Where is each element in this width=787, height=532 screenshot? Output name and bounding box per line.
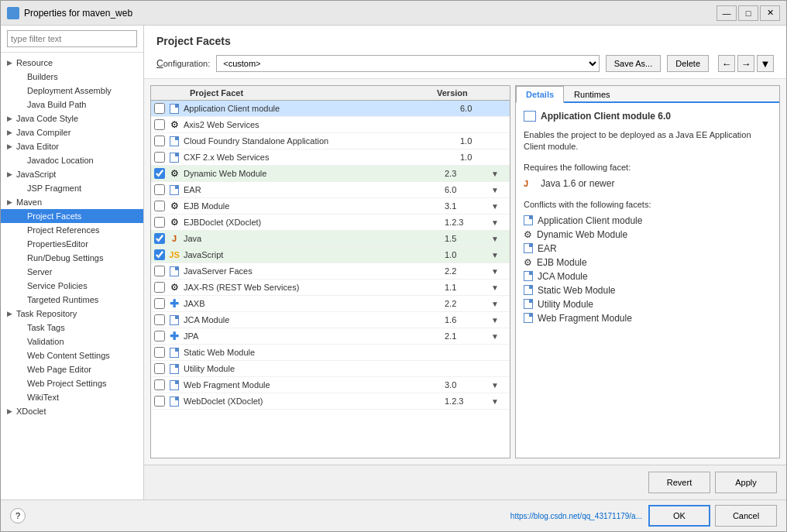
nav-item-run/debug-settings[interactable]: Run/Debug Settings [1, 251, 143, 265]
facet-checkbox[interactable] [154, 298, 165, 309]
nav-menu-button[interactable]: ▼ [757, 55, 774, 72]
facet-checkbox[interactable] [154, 184, 165, 195]
facet-version-dropdown[interactable]: ▼ [491, 251, 507, 259]
facet-checkbox[interactable] [154, 233, 165, 244]
nav-item-task-repository[interactable]: ▶Task Repository [1, 307, 143, 321]
facet-checkbox[interactable] [154, 347, 165, 358]
details-tab-details[interactable]: Details [516, 86, 564, 103]
details-tab-runtimes[interactable]: Runtimes [564, 86, 620, 103]
facet-version-dropdown[interactable]: ▼ [491, 332, 507, 341]
nav-item-label: Project References [27, 225, 100, 235]
ok-button[interactable]: OK [648, 505, 710, 527]
filter-input[interactable] [7, 30, 137, 47]
facet-version-dropdown[interactable]: ▼ [491, 186, 507, 194]
revert-button[interactable]: Revert [648, 472, 710, 493]
nav-item-javascript[interactable]: ▶JavaScript [1, 167, 143, 181]
apply-button[interactable]: Apply [715, 472, 777, 493]
nav-item-web-page-editor[interactable]: Web Page Editor [1, 362, 143, 376]
facet-version-dropdown[interactable]: ▼ [491, 218, 507, 227]
facet-row[interactable]: EAR6.0▼ [151, 182, 510, 198]
nav-item-server[interactable]: Server [1, 265, 143, 279]
facet-row[interactable]: Cloud Foundry Standalone Application1.0 [151, 133, 510, 149]
minimize-button[interactable]: — [717, 5, 737, 21]
facet-checkbox[interactable] [154, 396, 165, 407]
facet-checkbox[interactable] [154, 282, 165, 293]
nav-item-propertieseditor[interactable]: PropertiesEditor [1, 237, 143, 251]
facet-checkbox[interactable] [154, 217, 165, 228]
close-button[interactable]: ✕ [760, 5, 780, 21]
facet-row[interactable]: Static Web Module [151, 345, 510, 361]
facet-row[interactable]: JavaServer Faces2.2▼ [151, 263, 510, 280]
nav-item-java-build-path[interactable]: Java Build Path [1, 98, 143, 112]
facet-checkbox[interactable] [154, 266, 165, 276]
facet-checkbox[interactable] [154, 152, 165, 163]
facet-name: EAR [184, 185, 445, 194]
facet-row[interactable]: Application Client module6.0 [151, 101, 510, 117]
nav-item-label: Targeted Runtimes [27, 295, 98, 304]
facet-row[interactable]: Web Fragment Module3.0▼ [151, 377, 510, 393]
help-button[interactable]: ? [10, 508, 26, 523]
nav-item-deployment-assembly[interactable]: Deployment Assembly [1, 84, 143, 98]
facet-row[interactable]: ⚙EJBDoclet (XDoclet)1.2.3▼ [151, 215, 510, 231]
cancel-button[interactable]: Cancel [715, 505, 777, 527]
config-select[interactable]: <custom> [216, 55, 599, 72]
nav-item-maven[interactable]: ▶Maven [1, 195, 143, 209]
nav-item-resource[interactable]: ▶Resource [1, 56, 143, 70]
nav-forward-button[interactable]: → [737, 55, 754, 72]
nav-item-label: Web Page Editor [27, 365, 91, 374]
nav-item-project-references[interactable]: Project References [1, 223, 143, 237]
facet-row[interactable]: ⚙EJB Module3.1▼ [151, 198, 510, 215]
maximize-button[interactable]: □ [738, 5, 758, 21]
facet-version-dropdown[interactable]: ▼ [491, 381, 507, 390]
facet-checkbox[interactable] [154, 249, 165, 260]
facet-checkbox[interactable] [154, 363, 165, 374]
facet-version-dropdown[interactable]: ▼ [491, 170, 507, 178]
facet-checkbox[interactable] [154, 136, 165, 146]
facet-version-dropdown[interactable]: ▼ [491, 202, 507, 211]
facet-checkbox[interactable] [154, 201, 165, 211]
facet-row[interactable]: JSJavaScript1.0▼ [151, 247, 510, 263]
facet-row[interactable]: Utility Module [151, 361, 510, 377]
facet-version-dropdown[interactable]: ▼ [491, 397, 507, 406]
nav-item-service-policies[interactable]: Service Policies [1, 279, 143, 293]
facet-row[interactable]: ✚JPA2.1▼ [151, 328, 510, 345]
facet-checkbox[interactable] [154, 119, 165, 130]
facet-name: Web Fragment Module [184, 380, 445, 390]
nav-item-wikitext[interactable]: WikiText [1, 390, 143, 404]
facet-checkbox[interactable] [154, 331, 165, 342]
nav-item-builders[interactable]: Builders [1, 70, 143, 84]
nav-item-project-facets[interactable]: Project Facets [1, 209, 143, 223]
facet-row[interactable]: CXF 2.x Web Services1.0 [151, 149, 510, 166]
nav-item-validation[interactable]: Validation [1, 335, 143, 348]
nav-item-task-tags[interactable]: Task Tags [1, 321, 143, 335]
save-as-button[interactable]: Save As... [606, 55, 662, 72]
facet-checkbox[interactable] [154, 168, 165, 179]
nav-item-java-editor[interactable]: ▶Java Editor [1, 139, 143, 153]
nav-item-java-compiler[interactable]: ▶Java Compiler [1, 125, 143, 139]
facet-row[interactable]: ⚙JAX-RS (REST Web Services)1.1▼ [151, 280, 510, 296]
facet-row[interactable]: ⚙Axis2 Web Services [151, 117, 510, 133]
nav-item-java-code-style[interactable]: ▶Java Code Style [1, 112, 143, 125]
facet-version-dropdown[interactable]: ▼ [491, 300, 507, 308]
facet-row[interactable]: JJava1.5▼ [151, 231, 510, 247]
facet-version-dropdown[interactable]: ▼ [491, 283, 507, 292]
facet-checkbox[interactable] [154, 103, 165, 114]
nav-item-javadoc-location[interactable]: Javadoc Location [1, 153, 143, 167]
facet-row[interactable]: WebDoclet (XDoclet)1.2.3▼ [151, 393, 510, 410]
facet-row[interactable]: ⚙Dynamic Web Module2.3▼ [151, 166, 510, 182]
facet-checkbox[interactable] [154, 379, 165, 390]
facet-version-dropdown[interactable]: ▼ [491, 235, 507, 243]
nav-item-xdoclet[interactable]: ▶XDoclet [1, 404, 143, 418]
delete-button[interactable]: Delete [667, 55, 709, 72]
facet-version-dropdown[interactable]: ▼ [491, 316, 507, 324]
conflict-item-icon [524, 243, 533, 253]
facet-row[interactable]: JCA Module1.6▼ [151, 312, 510, 328]
nav-item-web-content-settings[interactable]: Web Content Settings [1, 348, 143, 362]
facet-checkbox[interactable] [154, 314, 165, 325]
nav-item-jsp-fragment[interactable]: JSP Fragment [1, 181, 143, 195]
facet-row[interactable]: ✚JAXB2.2▼ [151, 296, 510, 312]
facet-version-dropdown[interactable]: ▼ [491, 267, 507, 276]
nav-item-targeted-runtimes[interactable]: Targeted Runtimes [1, 293, 143, 307]
nav-item-web-project-settings[interactable]: Web Project Settings [1, 376, 143, 390]
nav-back-button[interactable]: ← [718, 55, 735, 72]
